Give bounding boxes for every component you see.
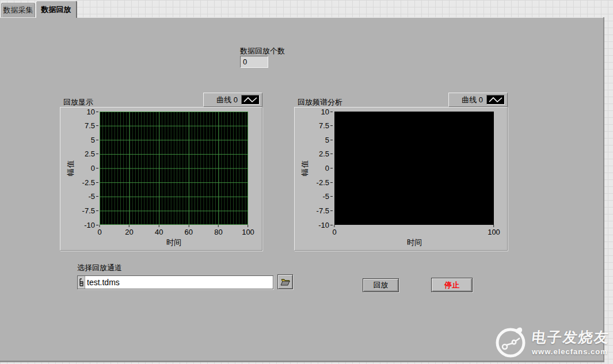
y-tick: 5 — [325, 136, 333, 144]
plot-line-icon — [241, 95, 260, 105]
tab-data-playback[interactable]: 数据回放 — [36, 1, 77, 18]
x-tick: 0 — [97, 225, 101, 236]
chart-title: 回放显示 — [63, 97, 93, 108]
x-tick: 40 — [155, 225, 163, 236]
y-tick: 2.5 — [319, 150, 333, 158]
plot-line-icon — [486, 95, 505, 105]
y-tick: 0 — [91, 164, 98, 173]
x-axis-label: 时间 — [166, 237, 181, 248]
y-tick: -2.5 — [317, 178, 333, 186]
tab-data-acquisition[interactable]: 数据采集 — [1, 3, 35, 17]
playback-button[interactable]: 回放 — [363, 278, 399, 292]
plot-area — [334, 112, 494, 225]
open-folder-icon — [280, 278, 291, 286]
x-axis: 0100 — [334, 225, 494, 237]
playback-count-indicator: 0 — [240, 56, 268, 68]
x-tick: 60 — [185, 225, 193, 236]
y-tick: -5 — [88, 193, 98, 201]
file-path-control — [77, 275, 273, 289]
y-tick: 5 — [91, 136, 98, 144]
plot-legend-label: 曲线 0 — [216, 95, 238, 105]
plot-legend[interactable]: 曲线 0 — [203, 93, 262, 107]
y-tick: -10 — [84, 221, 98, 229]
waveform-chart-spectrum: 回放频谱分析 曲线 0 幅值 107.552.50-2.5-5-7.5-10 0… — [294, 92, 508, 251]
x-tick: 100 — [242, 225, 254, 236]
chart-title: 回放频谱分析 — [298, 97, 342, 108]
y-axis: 107.552.50-2.5-5-7.5-10 — [60, 112, 98, 225]
plot-legend[interactable]: 曲线 0 — [448, 93, 508, 107]
y-tick: 7.5 — [85, 122, 98, 130]
x-tick: 0 — [332, 225, 336, 236]
y-tick: -7.5 — [317, 206, 333, 214]
y-tick: 10 — [87, 108, 98, 116]
y-tick: 7.5 — [319, 122, 333, 130]
plot-legend-label: 曲线 0 — [462, 95, 483, 105]
y-tick: 10 — [321, 108, 333, 116]
y-tick: -5 — [322, 193, 333, 201]
chart-frame: 幅值 107.552.50-2.5-5-7.5-10 0100 时间 — [294, 107, 508, 251]
playback-count-label: 数据回放个数 — [240, 46, 285, 56]
chart-frame: 幅值 107.552.50-2.5-5-7.5-10 020406080100 … — [60, 107, 262, 251]
y-tick: 2.5 — [85, 150, 98, 158]
x-axis: 020406080100 — [100, 225, 248, 237]
plot-area — [100, 112, 248, 225]
file-path-input[interactable] — [85, 276, 273, 289]
y-tick: 0 — [325, 164, 333, 173]
path-type-icon — [78, 276, 85, 289]
browse-button[interactable] — [277, 274, 293, 289]
y-axis: 107.552.50-2.5-5-7.5-10 — [295, 112, 333, 225]
file-path-label: 选择回放通道 — [77, 263, 122, 273]
front-panel: 数据采集 数据回放 数据回放个数 0 回放显示 曲线 0 幅值 107.552.… — [0, 0, 613, 364]
y-tick: -2.5 — [82, 178, 98, 186]
x-tick: 80 — [214, 225, 222, 236]
y-tick: -10 — [318, 221, 333, 229]
waveform-chart-playback: 回放显示 曲线 0 幅值 107.552.50-2.5-5-7.5-10 020… — [60, 92, 262, 251]
x-axis-label: 时间 — [407, 237, 422, 248]
x-tick: 20 — [125, 225, 133, 236]
y-tick: -7.5 — [82, 206, 98, 214]
x-tick: 100 — [488, 225, 500, 236]
stop-button[interactable]: 停止 — [431, 278, 473, 292]
